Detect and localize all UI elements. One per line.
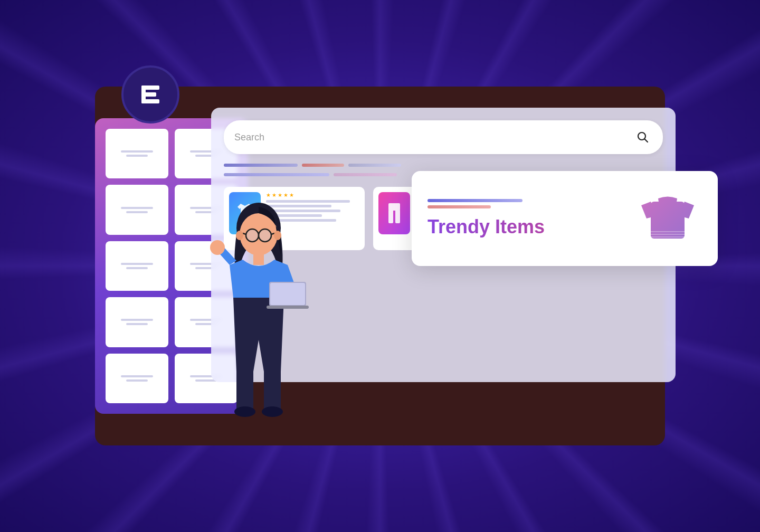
elementor-logo-icon <box>136 80 165 109</box>
browser-line-2 <box>302 164 344 167</box>
search-bar[interactable]: Search <box>224 120 663 154</box>
browser-line-5 <box>334 173 397 176</box>
grid-line <box>126 155 148 157</box>
person-illustration <box>201 192 317 445</box>
svg-rect-8 <box>395 210 400 223</box>
grid-cell-7 <box>106 297 168 347</box>
browser-line-3 <box>348 164 401 167</box>
svg-point-15 <box>246 229 259 242</box>
browser-line-4 <box>224 173 329 176</box>
svg-rect-2 <box>141 92 156 97</box>
svg-rect-23 <box>236 369 253 412</box>
grid-line <box>121 319 154 321</box>
search-icon[interactable] <box>633 128 652 147</box>
svg-rect-3 <box>141 99 159 103</box>
grid-cell-5 <box>106 241 168 291</box>
svg-point-30 <box>236 231 243 240</box>
grid-line <box>121 207 154 209</box>
grid-line <box>121 263 154 265</box>
trendy-title: Trendy Items <box>428 216 623 238</box>
svg-rect-20 <box>253 254 264 265</box>
svg-rect-24 <box>264 369 281 412</box>
browser-decorative-lines <box>224 164 663 167</box>
svg-point-26 <box>262 406 283 417</box>
trendy-content: Trendy Items <box>428 199 623 238</box>
product-image-2 <box>378 192 410 234</box>
grid-line <box>126 211 148 213</box>
svg-rect-6 <box>388 203 400 211</box>
grid-line <box>126 323 148 325</box>
grid-line <box>126 267 148 269</box>
grid-cell-1 <box>106 129 168 178</box>
search-placeholder: Search <box>234 132 264 143</box>
trendy-decorative-line-top <box>428 199 522 202</box>
svg-line-5 <box>645 139 648 142</box>
elementor-logo[interactable] <box>121 65 179 124</box>
grid-line <box>121 375 154 377</box>
svg-point-21 <box>210 240 225 255</box>
svg-rect-9 <box>651 202 685 239</box>
svg-point-25 <box>234 406 255 417</box>
main-container: Search <box>63 65 697 467</box>
grid-cell-3 <box>106 185 168 234</box>
svg-point-31 <box>274 231 281 240</box>
grid-line <box>126 379 148 382</box>
svg-rect-28 <box>270 283 305 305</box>
svg-rect-7 <box>388 210 393 223</box>
grid-cell-9 <box>106 354 168 403</box>
svg-point-16 <box>259 229 271 242</box>
svg-rect-29 <box>267 306 309 309</box>
grid-line <box>121 150 154 153</box>
svg-rect-1 <box>141 86 159 90</box>
trendy-card: Trendy Items <box>412 171 718 266</box>
trendy-sweater <box>633 184 702 253</box>
browser-line-1 <box>224 164 298 167</box>
trendy-decorative-line-mid <box>428 205 491 208</box>
